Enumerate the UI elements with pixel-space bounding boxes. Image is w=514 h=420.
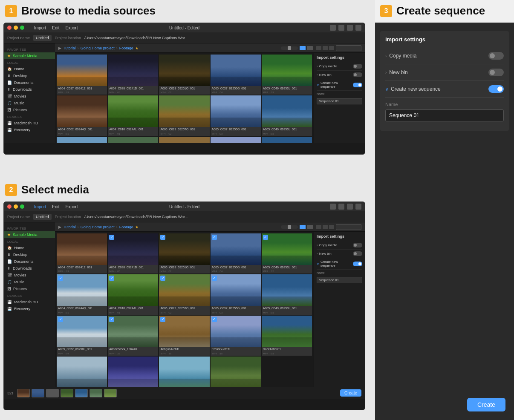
sequence-name-input-1[interactable] xyxy=(317,98,362,104)
setting-create-sequence-2[interactable]: ∨ Create new sequence xyxy=(317,258,362,270)
toggle-new-bin-2[interactable] xyxy=(353,251,362,256)
breadcrumb-going-home[interactable]: Going Home project xyxy=(81,46,115,50)
thumb-s2-1-5[interactable]: ✓ A005_C049_09253L_001 MP4 · :02 xyxy=(262,233,312,273)
sidebar-desktop[interactable]: 🖥Desktop xyxy=(4,72,55,79)
thumb-s2-2-4[interactable]: ✓ A005_C037_09255G_001 MP4 · :03 xyxy=(211,274,261,314)
sidebar-documents[interactable]: 📄Documents xyxy=(4,79,55,86)
sidebar-music[interactable]: 🎵Music xyxy=(4,100,55,106)
thumb-2-2[interactable]: A004_C010_0924AL_001 MP4 · :01 xyxy=(108,95,158,135)
bottom-thumb-6[interactable] xyxy=(90,389,102,397)
bottom-thumb-3[interactable] xyxy=(46,389,59,397)
thumb-s2-2-3[interactable]: ✓ A005_C029_0925TO_001 MP4 · :02 xyxy=(159,274,209,314)
list-view-icon-2[interactable] xyxy=(307,225,313,229)
toggle-copy-media-2[interactable] xyxy=(353,243,362,247)
sidebar-desktop-2[interactable]: 🖥Desktop xyxy=(4,251,55,258)
toggle-create-sequence-2[interactable] xyxy=(353,262,362,266)
breadcrumb-footage[interactable]: Footage xyxy=(119,46,133,50)
breadcrumb-star[interactable]: ★ xyxy=(135,46,139,50)
sidebar-sample-media-2[interactable]: ★ Sample Media xyxy=(4,231,55,238)
settings-icon-2[interactable] xyxy=(329,225,334,229)
nav-edit-2[interactable]: Edit xyxy=(51,204,61,210)
settings-icon[interactable] xyxy=(329,46,334,50)
sidebar-home-2[interactable]: 🏠Home xyxy=(4,245,55,251)
thumb-s2-1-1[interactable]: A004_C087_09241Z_001 MP4 · :03 xyxy=(57,233,107,273)
thumb-s2-3-3[interactable]: ✓ AntiguaArchTL MP4 · :15 xyxy=(159,316,209,356)
thumb-1-5[interactable]: A005_C049_09253L_001 MP4 · :03 xyxy=(262,55,312,95)
close-btn-2[interactable] xyxy=(7,204,12,209)
thumb-s2-3-5[interactable]: DockAtitlanTL MP4 · :03 xyxy=(262,316,312,356)
thumb-s2-2-2[interactable]: ✓ A004_C010_0924AL_001 MP4 · :01 xyxy=(108,274,158,314)
sidebar-music-2[interactable]: 🎵Music xyxy=(4,279,55,285)
filter-icon-2[interactable] xyxy=(316,225,321,229)
nav-edit[interactable]: Edit xyxy=(51,25,61,31)
thumb-1-2[interactable]: A004_C088_09241D_001 MP4 · :05 xyxy=(108,55,158,95)
thumb-s2-2-5[interactable]: A005_C049_09253L_001 MP4 · :03 xyxy=(262,274,312,314)
breadcrumb-tutorial[interactable]: Tutorial xyxy=(63,46,76,50)
thumb-s2-4-3[interactable]: StarsTL MP4 · :16 xyxy=(159,357,209,387)
setting-new-bin[interactable]: › New bin xyxy=(317,71,362,79)
thumb-s2-1-4[interactable]: ✓ A005_C037_09255G_001 MP4 · :04 xyxy=(211,233,261,273)
thumb-3-4[interactable]: CrossGuateTL MP4 · :15 xyxy=(211,137,261,143)
sidebar-sample-media[interactable]: ★ Sample Media xyxy=(4,52,55,59)
thumb-1-3[interactable]: A005_C028_09251O_001 MP4 · :02 xyxy=(159,55,209,95)
thumb-2-4[interactable]: A005_C037_09255G_001 MP4 · :03 xyxy=(211,95,261,135)
thumb-1-4[interactable]: A005_C037_09255G_001 MP4 · :04 xyxy=(211,55,261,95)
thumb-3-5[interactable]: DockAtitlanTL MP4 · :02 xyxy=(262,137,312,143)
sidebar-recovery-2[interactable]: 💾Recovery xyxy=(4,305,55,312)
is-copy-media[interactable]: › Copy media xyxy=(385,48,504,64)
sidebar-documents-2[interactable]: 📄Documents xyxy=(4,258,55,265)
create-button-2[interactable]: Create xyxy=(340,389,361,397)
thumb-2-1[interactable]: A004_C002_09244Q_001 MP4 · :01 xyxy=(57,95,107,135)
location-path-2[interactable]: /Users/sanatanvatsayan/Downloads/PR New … xyxy=(84,215,188,219)
thumb-s2-4-4[interactable]: Tikal MP4 · :06 xyxy=(211,357,261,387)
traffic-lights-1[interactable] xyxy=(7,26,24,30)
sidebar-downloads[interactable]: ⬇Downloads xyxy=(4,86,55,93)
filter-icon[interactable] xyxy=(316,46,321,50)
thumb-3-1[interactable]: A005_C052_09258L_001 MP4 · :04 xyxy=(57,137,107,143)
nav-import[interactable]: Import xyxy=(33,25,47,31)
toggle-create-sequence[interactable] xyxy=(353,83,362,87)
bottom-thumb-5[interactable] xyxy=(75,389,88,397)
sidebar-downloads-2[interactable]: ⬇Downloads xyxy=(4,265,55,272)
nav-import-2[interactable]: Import xyxy=(33,204,47,210)
is-new-bin[interactable]: › New bin xyxy=(385,64,504,81)
search-input[interactable] xyxy=(336,45,361,51)
sequence-name-input-2[interactable] xyxy=(317,277,362,283)
sidebar-pictures[interactable]: 🖼Pictures xyxy=(4,106,55,113)
bottom-thumb-2[interactable] xyxy=(32,389,44,397)
minimize-btn[interactable] xyxy=(14,26,18,30)
sidebar-home[interactable]: 🏠Home xyxy=(4,66,55,72)
toggle-new-bin[interactable] xyxy=(353,72,362,77)
sidebar-recovery[interactable]: 💾Recovery xyxy=(4,127,55,133)
grid-view-icon[interactable] xyxy=(300,46,306,50)
thumb-s2-4-1[interactable]: FogTL MP4 · :14 xyxy=(57,357,107,387)
sidebar-movies-2[interactable]: 🎬Movies xyxy=(4,272,55,279)
sidebar-macintosh[interactable]: 💾Macintosh HD xyxy=(4,120,55,127)
setting-copy-media-2[interactable]: › Copy media xyxy=(317,241,362,250)
is-toggle-copy-media[interactable] xyxy=(488,52,504,60)
right-create-button[interactable]: Create xyxy=(467,398,505,411)
project-name-2[interactable]: Untitled xyxy=(33,214,52,220)
thumb-s2-3-2[interactable]: ✓ AdobeStock_196440... MP4 · :33 xyxy=(108,316,158,356)
is-create-sequence[interactable]: ∨ Create new sequence xyxy=(385,81,504,98)
is-sequence-name-input[interactable] xyxy=(385,109,504,121)
toggle-copy-media[interactable] xyxy=(353,64,362,69)
list-view-icon[interactable] xyxy=(307,46,313,50)
minimize-btn-2[interactable] xyxy=(14,204,18,209)
thumb-3-3[interactable]: AntiguaArchTL MP4 · :15 xyxy=(159,137,209,143)
setting-copy-media[interactable]: › Copy media xyxy=(317,62,362,71)
project-name[interactable]: Untitled xyxy=(33,35,52,41)
is-toggle-new-bin[interactable] xyxy=(488,69,504,76)
thumb-2-5[interactable]: A005_C049_09253L_001 MP4 · :03 xyxy=(262,95,312,135)
is-toggle-create-sequence[interactable] xyxy=(488,85,504,93)
thumb-s2-4-2[interactable]: RoofTL MP4 · :17 xyxy=(108,357,158,387)
nav-export-2[interactable]: Export xyxy=(64,204,79,210)
sort-icon[interactable] xyxy=(323,46,328,50)
location-path[interactable]: /Users/sanatanvatsayan/Downloads/PR New … xyxy=(84,36,188,40)
thumb-2-3[interactable]: A005_C029_0925TO_001 MP4 · :02 xyxy=(159,95,209,135)
thumb-3-2[interactable]: AdobeStock_196440... MP4 · :32 xyxy=(108,137,158,143)
sidebar-movies[interactable]: 🎬Movies xyxy=(4,93,55,100)
bottom-thumb-7[interactable] xyxy=(104,389,117,397)
search-input-2[interactable] xyxy=(336,224,361,230)
thumb-s2-1-3[interactable]: ✓ A005_C028_09251O_001 MP4 · :02 xyxy=(159,233,209,273)
